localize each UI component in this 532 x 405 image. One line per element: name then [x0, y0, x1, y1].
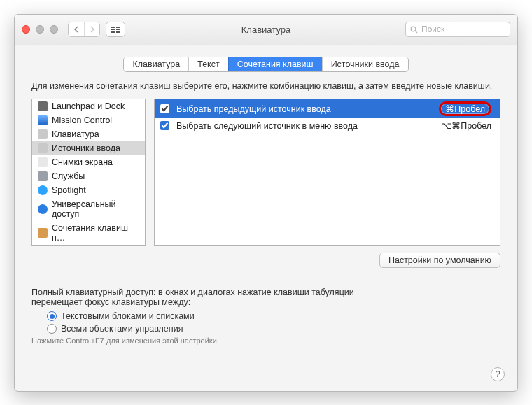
- shortcut-checkbox[interactable]: [160, 104, 169, 113]
- tab-источники-ввода[interactable]: Источники ввода: [322, 57, 408, 71]
- shortcut-list[interactable]: Выбрать предыдущий источник ввода⌘Пробел…: [154, 99, 500, 246]
- input-source-icon: [38, 143, 48, 153]
- shortcut-checkbox[interactable]: [160, 121, 169, 130]
- radio-label: Всеми объектами управления: [61, 324, 183, 334]
- radio-label: Текстовыми блоками и списками: [61, 311, 195, 321]
- sidebar-item-label: Сочетания клавиш п…: [52, 223, 139, 243]
- radio-button[interactable]: [47, 311, 57, 321]
- close-button[interactable]: [22, 25, 30, 34]
- screenshot-icon: [38, 157, 48, 167]
- svg-point-0: [411, 27, 416, 31]
- sidebar-item-label: Источники ввода: [52, 143, 120, 153]
- sidebar-item-input-source[interactable]: Источники ввода: [32, 141, 145, 155]
- sidebar-item-mission-control[interactable]: Mission Control: [32, 113, 145, 127]
- sidebar-item-label: Mission Control: [52, 115, 112, 125]
- sidebar-item-label: Снимки экрана: [52, 157, 113, 167]
- preferences-window: Клавиатура Поиск КлавиатураТекстСочетани…: [14, 14, 518, 392]
- fka-text-2: перемещает фокус клавиатуры между:: [31, 297, 500, 307]
- shortcut-columns: Launchpad и DockMission ControlКлавиатур…: [31, 99, 500, 246]
- tab-bar: КлавиатураТекстСочетания клавишИсточники…: [31, 57, 500, 72]
- tab-сочетания-клавиш[interactable]: Сочетания клавиш: [228, 57, 322, 71]
- shortcut-key[interactable]: ⌘Пробел: [439, 101, 491, 116]
- sidebar-item-launchpad[interactable]: Launchpad и Dock: [32, 99, 145, 113]
- search-icon: [410, 26, 418, 34]
- nav-buttons: [68, 22, 100, 37]
- keyboard-icon: [38, 129, 48, 139]
- maximize-button[interactable]: [50, 25, 58, 34]
- instructions-text: Для изменения сочетания клавиш выберите …: [31, 80, 500, 92]
- sidebar-item-label: Клавиатура: [52, 129, 99, 139]
- launchpad-icon: [38, 101, 48, 111]
- shortcut-key[interactable]: ⌥⌘Пробел: [441, 120, 491, 131]
- sidebar-item-label: Launchpad и Dock: [52, 101, 125, 111]
- radio-button[interactable]: [47, 324, 57, 334]
- back-button[interactable]: [69, 22, 84, 36]
- tab-клавиатура[interactable]: Клавиатура: [124, 57, 188, 71]
- search-placeholder: Поиск: [421, 24, 444, 34]
- spotlight-icon: [38, 185, 48, 195]
- fka-text-1: Полный клавиатурный доступ: в окнах и ди…: [31, 287, 500, 297]
- restore-defaults-button[interactable]: Настройки по умолчанию: [379, 253, 500, 268]
- services-icon: [38, 171, 48, 181]
- accessibility-icon: [38, 204, 48, 214]
- search-input[interactable]: Поиск: [405, 22, 510, 37]
- show-all-button[interactable]: [106, 22, 125, 37]
- sidebar-item-accessibility[interactable]: Универсальный доступ: [32, 197, 145, 221]
- help-button[interactable]: ?: [491, 367, 505, 381]
- forward-button[interactable]: [84, 22, 99, 36]
- content-body: КлавиатураТекстСочетания клавишИсточники…: [15, 45, 517, 391]
- sidebar-item-spotlight[interactable]: Spotlight: [32, 183, 145, 197]
- sidebar-item-label: Универсальный доступ: [52, 199, 139, 219]
- shortcut-label: Выбрать предыдущий источник ввода: [176, 104, 331, 114]
- sidebar-item-screenshot[interactable]: Снимки экрана: [32, 155, 145, 169]
- titlebar: Клавиатура Поиск: [15, 15, 517, 45]
- sidebar-item-label: Службы: [52, 171, 85, 181]
- grid-icon: [111, 27, 120, 33]
- sidebar-item-services[interactable]: Службы: [32, 169, 145, 183]
- shortcuts-icon: [38, 228, 48, 238]
- sidebar-item-label: Spotlight: [52, 185, 86, 195]
- shortcut-row[interactable]: Выбрать следующий источник в меню ввода⌥…: [155, 118, 500, 133]
- sidebar-item-keyboard[interactable]: Клавиатура: [32, 127, 145, 141]
- fka-hint: Нажмите Control+F7 для изменения этой на…: [31, 336, 500, 345]
- shortcut-row[interactable]: Выбрать предыдущий источник ввода⌘Пробел: [155, 99, 500, 118]
- full-keyboard-access-section: Полный клавиатурный доступ: в окнах и ди…: [31, 287, 500, 345]
- category-sidebar[interactable]: Launchpad и DockMission ControlКлавиатур…: [31, 99, 146, 246]
- svg-line-1: [415, 31, 417, 33]
- mission-control-icon: [38, 115, 48, 125]
- minimize-button[interactable]: [36, 25, 44, 34]
- shortcut-label: Выбрать следующий источник в меню ввода: [176, 121, 358, 131]
- fka-radio-row[interactable]: Всеми объектами управления: [47, 324, 500, 334]
- sidebar-item-shortcuts[interactable]: Сочетания клавиш п…: [32, 221, 145, 245]
- traffic-lights: [22, 25, 58, 34]
- tab-текст[interactable]: Текст: [188, 57, 227, 71]
- fka-radio-row[interactable]: Текстовыми блоками и списками: [47, 311, 500, 321]
